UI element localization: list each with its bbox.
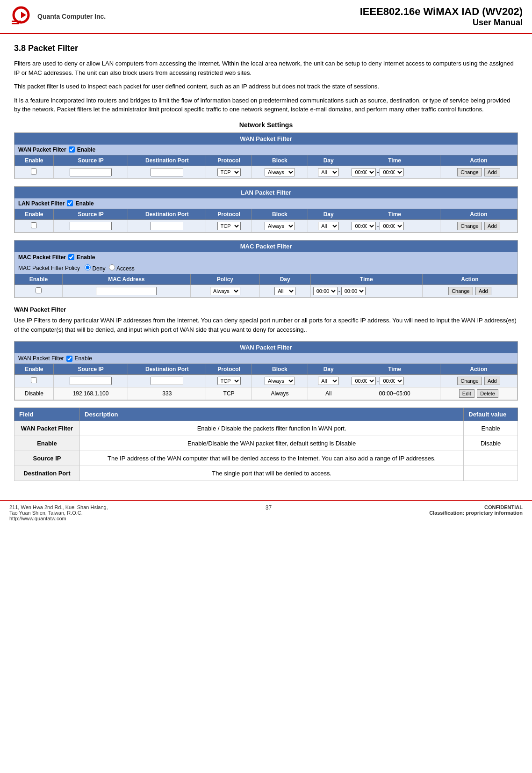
col-enable: Enable [15,155,54,166]
footer-classification: Classification: proprietary information [429,510,523,516]
page-header: Quanta Computer Inc. IEEE802.16e WiMAX I… [0,0,532,34]
mac-add-button[interactable]: Add [475,287,491,295]
col-block: Block [252,155,308,166]
col-day: Day [308,364,349,375]
lan-change-button[interactable]: Change [457,222,482,230]
lan-time-start-select[interactable]: 00:00 [352,222,376,230]
company-name: Quanta Computer Inc. [37,13,106,20]
footer-left: 211, Wen Hwa 2nd Rd., Kuei Shan Hsiang, … [9,504,108,521]
mac-enable-checkbox[interactable] [68,254,74,260]
table-row: Disable 192.168.1.100 333 TCP Always All… [15,387,518,400]
row-enable-checkbox[interactable] [31,168,37,175]
mac-policy-row: MAC Packet Filter Policy Deny Access [14,263,518,274]
lan-block-select[interactable]: Always [265,222,295,230]
mac-filter-subheader: MAC Packet Filter Enable [14,252,518,263]
source-ip-input[interactable] [70,168,112,176]
lan-time-end-select[interactable]: 00:00 [380,222,404,230]
lan-add-button[interactable]: Add [484,222,500,230]
block-select[interactable]: Always [265,168,295,176]
edit-button[interactable]: Edit [459,389,474,398]
lan-row-enable-checkbox[interactable] [31,222,37,228]
wan-exp-enable-checkbox[interactable] [66,356,72,362]
disable-label: Disable [15,387,54,400]
mac-time-start-select[interactable]: 00:00 [313,287,338,295]
col-action: Action [440,364,517,375]
desc-col-field: Field [14,408,80,421]
footer-address-line1: 211, Wen Hwa 2nd Rd., Kuei Shan Hsiang, [9,504,108,510]
field-description: Enable / Disable the packets filter func… [80,421,464,436]
change-button[interactable]: Change [457,168,482,176]
header-title: IEEE802.16e WiMAX IAD (WV202) User Manua… [360,6,523,28]
wan-exp-time-end-select[interactable]: 00:00 [380,377,404,385]
network-settings-title: Network Settings [14,121,518,129]
lan-packet-filter-section: LAN Packet Filter LAN Packet Filter Enab… [14,186,518,233]
deny-radio-label: Deny [85,264,105,272]
desc-row-wan-packet-filter: WAN Packet Filter Enable / Disable the p… [14,421,518,436]
wan-exp-row-enable-checkbox[interactable] [31,377,37,383]
lan-source-ip-input[interactable] [70,222,112,230]
lan-day-select[interactable]: All [318,222,339,230]
field-description: The single port that will be denied to a… [80,466,464,481]
lan-filter-subheader: LAN Packet Filter Enable [14,198,518,209]
table-row: TCPUDPBoth Always All [15,166,518,178]
field-name: Enable [14,436,80,451]
col-block: Block [252,364,308,375]
wan-exp-source-ip-input[interactable] [70,377,112,385]
section-heading: 3.8 Packet Filter [14,44,518,53]
col-time: Time [349,155,440,166]
wan-exp-block-select[interactable]: Always [265,377,295,385]
add-button[interactable]: Add [484,168,500,176]
protocol-select[interactable]: TCPUDPBoth [217,168,241,176]
col-enable: Enable [15,364,54,375]
table-row: TCPUDPBoth Always All [15,375,518,387]
col-source-ip: Source IP [53,209,128,219]
day-select[interactable]: All [318,168,339,176]
access-radio[interactable] [109,264,115,270]
mac-time-end-select[interactable]: 00:00 [341,287,366,295]
wan-exp-dest-port-input[interactable] [151,377,183,385]
lan-protocol-select[interactable]: TCPUDPBoth [217,222,241,230]
col-source-ip: Source IP [53,155,128,166]
wan-exp-add-button[interactable]: Add [484,377,500,385]
field-name: WAN Packet Filter [14,421,80,436]
paragraph-1: Filters are used to deny or allow LAN co… [14,59,518,77]
wan-exp-time-start-select[interactable]: 00:00 [352,377,376,385]
mac-day-select[interactable]: All [274,287,295,295]
wan-enable-checkbox[interactable] [69,146,75,153]
col-dest-port: Destination Port [128,209,206,219]
desc-row-destination-port: Destination Port The single port that wi… [14,466,518,481]
mac-row-enable-checkbox[interactable] [36,287,42,293]
mac-change-button[interactable]: Change [448,287,473,295]
col-action: Action [440,209,517,219]
field-default [464,466,518,481]
col-enable: Enable [15,274,63,284]
delete-button[interactable]: Delete [477,389,498,398]
dest-port-input[interactable] [151,168,183,176]
page-footer: 211, Wen Hwa 2nd Rd., Kuei Shan Hsiang, … [0,500,532,525]
table-row: TCPUDPBoth Always All [15,219,518,232]
lan-filter-header: LAN Packet Filter [14,187,518,198]
time-start-select[interactable]: 00:00 [352,168,376,176]
mac-policy-select[interactable]: Always [210,287,240,295]
access-radio-label: Access [109,264,134,272]
time-end-select[interactable]: 00:00 [380,168,404,176]
page-content: 3.8 Packet Filter Filters are used to de… [0,34,532,490]
deny-radio[interactable] [85,264,91,270]
wan-filter-header: WAN Packet Filter [14,133,518,145]
wan-exp-change-button[interactable]: Change [457,377,482,385]
lan-enable-checkbox[interactable] [67,200,73,206]
wan-explanation-title: WAN Packet Filter [14,305,518,314]
logo-area: Quanta Computer Inc. [9,5,106,28]
wan-exp-day-select[interactable]: All [318,377,339,385]
field-description: The IP address of the WAN computer that … [80,451,464,466]
field-name: Source IP [14,451,80,466]
col-time: Time [349,209,440,219]
field-default: Enable [464,421,518,436]
field-default [464,451,518,466]
lan-dest-port-input[interactable] [151,222,183,230]
wan-exp-protocol-select[interactable]: TCPUDPBoth [217,377,241,385]
time-value: 00:00~05:00 [349,387,440,400]
mac-filter-header: MAC Packet Filter [14,241,518,252]
mac-address-input[interactable] [96,287,157,295]
sub-title: User Manual [360,18,523,28]
